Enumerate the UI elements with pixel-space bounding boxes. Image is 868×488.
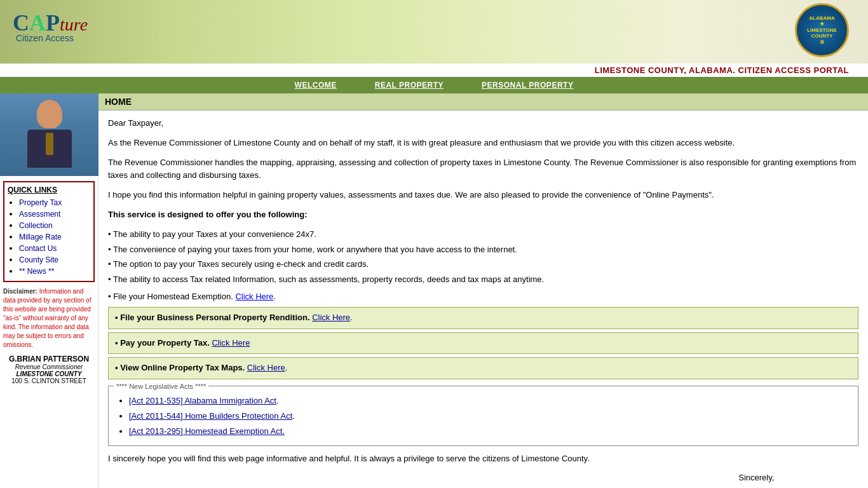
view-maps-link[interactable]: Click Here (247, 363, 285, 372)
nav-personal-property[interactable]: PERSONAL PROPERTY (463, 77, 592, 93)
content-body: Dear Taxpayer, As the Revenue Commission… (98, 111, 868, 488)
list-item: Millage Rate (19, 232, 90, 241)
paragraph-1: As the Revenue Commissioner of Limestone… (108, 137, 858, 150)
commissioner-address: 100 S. CLINTON STREET (3, 377, 95, 384)
bullet-item-1: • The ability to pay your Taxes at your … (108, 228, 858, 241)
bullet-item-2: • The convenience of paying your taxes f… (108, 243, 858, 257)
view-maps-text: • View Online Property Tax Maps. (115, 363, 245, 372)
sidebar: QUICK LINKS Property Tax Assessment Coll… (0, 93, 98, 488)
disclaimer-text: Information and data provided by any sec… (3, 288, 91, 348)
list-item: [Act 2011-544] Home Builders Protection … (129, 410, 850, 423)
list-item: County Site (19, 255, 90, 264)
sidebar-link-news[interactable]: ** News ** (19, 267, 54, 276)
sidebar-link-collection[interactable]: Collection (19, 221, 53, 230)
list-item: Contact Us (19, 243, 90, 253)
signature-content: Sincerely, G. Brian Patterson Revenue Co… (738, 471, 827, 488)
person-head (37, 100, 62, 128)
content-section-title: HOME (98, 93, 868, 111)
bullet-item-4: • The ability to access Tax related Info… (108, 273, 858, 287)
business-rendition-link[interactable]: Click Here (312, 313, 350, 322)
sidebar-link-contact-us[interactable]: Contact Us (19, 244, 57, 253)
paragraph-3: I hope you find this information helpful… (108, 189, 858, 202)
person-silhouette (24, 100, 75, 170)
commissioner-county: LIMESTONE COUNTY (3, 370, 95, 377)
list-item: [Act 2013-295] Homestead Exemption Act. (129, 425, 850, 438)
bullet-item-3: • The option to pay your Taxes securely … (108, 258, 858, 271)
pay-tax-box: • Pay your Property Tax. Click Here (108, 332, 858, 355)
nav-bar: WELCOME REAL PROPERTY PERSONAL PROPERTY (0, 77, 868, 93)
legislative-act-2[interactable]: [Act 2011-544] Home Builders Protection … (129, 411, 292, 421)
sidebar-link-county-site[interactable]: County Site (19, 255, 58, 264)
list-item: [Act 2011-535] Alabama Immigration Act. (129, 395, 850, 408)
list-item: Assessment (19, 209, 90, 219)
logo-ture-text: ture (60, 15, 88, 35)
paragraph-2: The Revenue Commissioner handles the map… (108, 156, 858, 183)
closing-text: I sincerely hope you will find this web … (108, 452, 858, 466)
quick-links-title: QUICK LINKS (8, 186, 90, 194)
commissioner-title: Revenue Commissioner (3, 363, 95, 370)
commissioner-name: G.BRIAN PATTERSON (3, 355, 95, 363)
county-seal: ALABAMA★LIMESTONECOUNTY⚙ (795, 3, 849, 57)
content-area: HOME Dear Taxpayer, As the Revenue Commi… (98, 93, 868, 488)
sidebar-link-assessment[interactable]: Assessment (19, 210, 60, 219)
logo: CAP ture Citizen Access (13, 10, 88, 43)
main-layout: QUICK LINKS Property Tax Assessment Coll… (0, 93, 868, 488)
service-title: This service is designed to offer you th… (108, 208, 858, 222)
commissioner-photo (0, 93, 98, 176)
pay-tax-text: • Pay your Property Tax. (115, 338, 210, 348)
list-item: ** News ** (19, 266, 90, 276)
homestead-link[interactable]: Click Here (235, 292, 273, 301)
nav-real-property[interactable]: REAL PROPERTY (356, 77, 463, 93)
portal-title-text: LIMESTONE COUNTY, ALABAMA. CITIZEN ACCES… (595, 65, 849, 75)
bullet-list: • The ability to pay your Taxes at your … (108, 228, 858, 287)
signature-sincerely: Sincerely, (738, 471, 827, 485)
greeting: Dear Taxpayer, (108, 117, 858, 130)
legislative-act-1[interactable]: [Act 2011-535] Alabama Immigration Act (129, 396, 276, 405)
list-item: Collection (19, 220, 90, 230)
legislative-list: [Act 2011-535] Alabama Immigration Act. … (116, 395, 850, 438)
logo-cap-text: CAP (13, 10, 60, 36)
quick-links-list: Property Tax Assessment Collection Milla… (8, 198, 90, 276)
disclaimer-title: Disclaimer: (3, 288, 37, 295)
view-maps-box: • View Online Property Tax Maps. Click H… (108, 357, 858, 379)
header: CAP ture Citizen Access ALABAMA★LIMESTON… (0, 0, 868, 64)
business-rendition-text: • File your Business Personal Property R… (115, 313, 310, 322)
header-background (0, 0, 868, 64)
legislative-box-title: **** New Legislative Acts **** (114, 381, 208, 393)
quick-links-box: QUICK LINKS Property Tax Assessment Coll… (3, 181, 95, 282)
business-rendition-box: • File your Business Personal Property R… (108, 307, 858, 329)
disclaimer-box: Disclaimer: Information and data provide… (3, 287, 95, 349)
legislative-act-3[interactable]: [Act 2013-295] Homestead Exemption Act. (129, 426, 285, 436)
sidebar-link-property-tax[interactable]: Property Tax (19, 198, 62, 207)
commissioner-info: G.BRIAN PATTERSON Revenue Commissioner L… (3, 355, 95, 384)
signature-block: Sincerely, G. Brian Patterson Revenue Co… (108, 471, 858, 488)
legislative-box: **** New Legislative Acts **** [Act 2011… (108, 386, 858, 445)
seal-text: ALABAMA★LIMESTONECOUNTY⚙ (807, 15, 837, 46)
signature-name: G. Brian Patterson (738, 485, 827, 488)
pay-tax-link[interactable]: Click Here (212, 338, 250, 348)
person-tie (46, 133, 53, 155)
portal-title: LIMESTONE COUNTY, ALABAMA. CITIZEN ACCES… (0, 64, 868, 77)
nav-welcome[interactable]: WELCOME (276, 77, 356, 93)
list-item: Property Tax (19, 198, 90, 207)
sidebar-link-millage-rate[interactable]: Millage Rate (19, 233, 62, 241)
homestead-line: • File your Homestead Exemption. Click H… (108, 290, 858, 304)
